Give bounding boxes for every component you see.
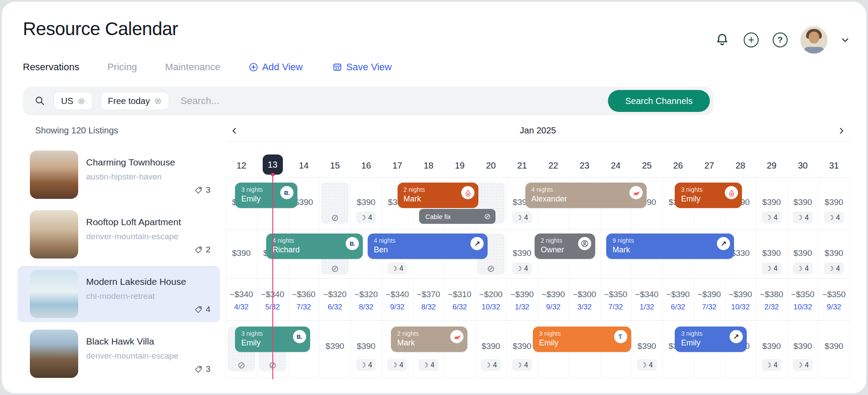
rate-availability: 7/32	[288, 303, 319, 312]
blocked-badge: ⊘	[475, 262, 506, 274]
day-header-cell[interactable]: 20	[475, 161, 506, 171]
price-cell[interactable]: $390	[787, 341, 818, 351]
listing-item[interactable]: Black Hawk Villadenver-mountain-escape3	[18, 326, 220, 382]
booking-bar[interactable]: 4 nightsBen↗	[368, 233, 488, 259]
maintenance-bar[interactable]: Cable fix⊘	[419, 209, 495, 224]
price-cell[interactable]: $390	[226, 248, 257, 258]
booking-bar[interactable]: 2 nightsMark	[398, 183, 479, 208]
rate-cell[interactable]: ~$20010/32	[475, 278, 506, 320]
rate-cell[interactable]: ~$35010/32	[787, 278, 818, 320]
day-header-cell[interactable]: 16	[351, 161, 382, 171]
rate-availability: 9/32	[382, 303, 413, 312]
price-cell[interactable]: $390	[351, 198, 382, 207]
price-cell[interactable]: $390	[506, 248, 538, 258]
rate-cell[interactable]: ~$3507/32	[600, 278, 631, 320]
day-header-cell[interactable]: 23	[569, 161, 600, 171]
day-header-cell[interactable]: 21	[506, 161, 538, 171]
tab-reservations[interactable]: Reservations	[23, 61, 79, 73]
day-header-cell[interactable]: 30	[787, 161, 818, 171]
booking-guest-name: Mark	[612, 245, 630, 255]
booking-channel-icon: B.	[293, 330, 306, 343]
listing-item[interactable]: Charming Townhouseaustin-hipster-haven3	[18, 147, 220, 203]
selected-day-badge[interactable]: 13	[263, 154, 283, 175]
day-header-cell[interactable]: 31	[818, 161, 850, 171]
rate-price: ~$350	[818, 290, 850, 299]
day-header-cell[interactable]: 27	[694, 161, 725, 171]
rate-cell[interactable]: ~$3906/32	[662, 278, 694, 320]
day-header-cell[interactable]: 17	[382, 161, 413, 171]
rate-cell[interactable]: ~$3106/32	[444, 278, 475, 320]
tab-pricing[interactable]: Pricing	[107, 61, 137, 73]
tag-count: 4	[206, 305, 210, 314]
min-stay-badge: ☽4	[787, 212, 818, 223]
booking-bar[interactable]: 2 nightsMark	[391, 327, 467, 352]
listing-item[interactable]: Rooftop Loft Apartmentdenver-mountain-es…	[18, 206, 220, 262]
filter-chip-us[interactable]: US ⊗	[54, 92, 93, 110]
bell-icon	[715, 32, 730, 47]
chip-remove-icon[interactable]: ⊗	[78, 96, 85, 106]
booking-bar[interactable]: 9 nightsMark↗	[606, 233, 734, 259]
price-cell[interactable]: $390	[818, 341, 850, 351]
avatar[interactable]	[800, 26, 828, 54]
tab-maintenance[interactable]: Maintenance	[165, 61, 221, 73]
chip-remove-icon[interactable]: ⊗	[154, 96, 162, 106]
price-cell[interactable]: $390	[319, 341, 351, 351]
day-header-cell[interactable]: 29	[756, 161, 787, 171]
price-cell[interactable]: $390	[787, 198, 818, 207]
booking-bar[interactable]: 3 nightsEmily	[675, 183, 742, 208]
listing-item[interactable]: Modern Lakeside Housechi-modern-retreat4	[18, 266, 220, 322]
help-button[interactable]: ?	[771, 31, 789, 49]
maintenance-label: Cable fix	[425, 213, 451, 220]
price-cell[interactable]: $390	[475, 341, 506, 351]
rate-price: ~$370	[413, 290, 444, 299]
booking-bar[interactable]: 3 nightsEmilyB.	[235, 183, 297, 208]
rate-cell[interactable]: ~$3802/32	[756, 278, 787, 320]
day-header-cell[interactable]: 28	[725, 161, 756, 171]
price-cell[interactable]: $390	[818, 198, 850, 207]
rate-cell[interactable]: ~$3907/32	[694, 278, 725, 320]
rate-cell[interactable]: ~$3401/32	[631, 278, 662, 320]
add-view-button[interactable]: Add View	[249, 61, 303, 73]
price-cell[interactable]: $390	[787, 248, 818, 258]
tag-count: 3	[206, 185, 210, 195]
price-cell[interactable]: $390	[631, 341, 662, 351]
day-header-cell[interactable]: 22	[538, 161, 569, 171]
rate-cell[interactable]: ~$3607/32	[288, 278, 319, 320]
day-header-cell[interactable]: 25	[631, 161, 662, 171]
booking-bar[interactable]: 3 nightsEmilyT.	[533, 327, 631, 352]
search-input[interactable]	[181, 95, 608, 107]
rate-cell[interactable]: ~$3708/32	[413, 278, 444, 320]
price-cell[interactable]: $390	[756, 341, 787, 351]
rate-cell[interactable]: ~$3206/32	[319, 278, 351, 320]
filter-chip-free-today[interactable]: Free today ⊗	[101, 92, 169, 110]
search-channels-button[interactable]: Search Channels	[608, 90, 710, 112]
price-cell[interactable]: $390	[351, 341, 382, 351]
price-cell[interactable]: $390	[818, 248, 850, 258]
rate-cell[interactable]: ~$39010/32	[725, 278, 756, 320]
day-header-cell[interactable]: 14	[288, 161, 319, 171]
rate-cell[interactable]: ~$3208/32	[351, 278, 382, 320]
booking-bar[interactable]: 3 nightsEmily↗	[675, 327, 746, 352]
day-header-cell[interactable]: 19	[444, 161, 475, 171]
booking-bar[interactable]: 2 nightsOwner	[535, 233, 595, 259]
day-header-cell[interactable]: 15	[319, 161, 351, 171]
day-header-cell[interactable]: 18	[413, 161, 444, 171]
listing-slug: austin-hipster-haven	[86, 172, 162, 182]
rate-cell[interactable]: ~$3003/32	[569, 278, 600, 320]
rate-cell[interactable]: ~$3409/32	[382, 278, 413, 320]
price-cell[interactable]: $390	[756, 198, 787, 207]
day-header-cell[interactable]: 26	[662, 161, 694, 171]
rate-cell[interactable]: ~$3509/32	[818, 278, 850, 320]
booking-bar[interactable]: 4 nightsRichardB.	[266, 233, 363, 259]
price-cell[interactable]: $390	[756, 248, 787, 258]
save-view-button[interactable]: Save View	[333, 61, 392, 73]
rate-cell[interactable]: ~$3901/32	[506, 278, 538, 320]
day-header-cell[interactable]: 12	[226, 161, 257, 171]
rate-cell[interactable]: ~$3909/32	[538, 278, 569, 320]
notifications-button[interactable]	[713, 31, 731, 49]
day-header-cell[interactable]: 24	[600, 161, 631, 171]
booking-bar[interactable]: 4 nightsAlexander	[525, 183, 647, 208]
add-button[interactable]: +	[742, 31, 760, 49]
rate-cell[interactable]: ~$3404/32	[226, 278, 257, 320]
account-menu-button[interactable]	[839, 31, 851, 49]
